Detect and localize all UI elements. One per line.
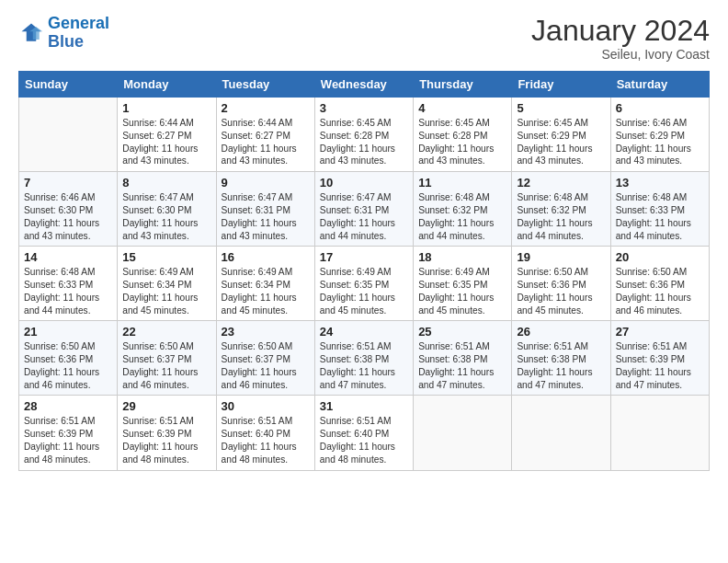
- day-info: Sunrise: 6:48 AMSunset: 6:32 PMDaylight:…: [418, 191, 506, 242]
- logo-line2: Blue: [48, 32, 84, 51]
- day-info: Sunrise: 6:48 AMSunset: 6:33 PMDaylight:…: [24, 266, 112, 316]
- day-number: 19: [517, 250, 605, 264]
- logo-text: General Blue: [48, 15, 109, 52]
- day-number: 21: [24, 325, 112, 339]
- col-header-wednesday: Wednesday: [314, 72, 413, 98]
- day-number: 12: [517, 176, 605, 190]
- day-number: 10: [320, 176, 408, 190]
- day-info: Sunrise: 6:47 AMSunset: 6:31 PMDaylight:…: [222, 191, 310, 242]
- calendar-week-3: 14Sunrise: 6:48 AMSunset: 6:33 PMDayligh…: [19, 247, 710, 321]
- logo: General Blue: [18, 15, 109, 52]
- day-info: Sunrise: 6:51 AMSunset: 6:40 PMDaylight:…: [222, 415, 310, 465]
- day-info: Sunrise: 6:50 AMSunset: 6:36 PMDaylight:…: [616, 266, 704, 316]
- day-info: Sunrise: 6:44 AMSunset: 6:27 PMDaylight:…: [222, 117, 310, 167]
- day-info: Sunrise: 6:50 AMSunset: 6:36 PMDaylight:…: [24, 340, 112, 391]
- day-info: Sunrise: 6:45 AMSunset: 6:28 PMDaylight:…: [320, 117, 408, 167]
- calendar-cell: 29Sunrise: 6:51 AMSunset: 6:39 PMDayligh…: [118, 396, 216, 470]
- day-info: Sunrise: 6:45 AMSunset: 6:29 PMDaylight:…: [517, 117, 605, 167]
- calendar-cell: 22Sunrise: 6:50 AMSunset: 6:37 PMDayligh…: [118, 321, 216, 396]
- calendar-header-row: SundayMondayTuesdayWednesdayThursdayFrid…: [19, 72, 710, 98]
- calendar-cell: 13Sunrise: 6:48 AMSunset: 6:33 PMDayligh…: [610, 172, 709, 247]
- page: General Blue January 2024 Seileu, Ivory …: [0, 0, 728, 563]
- header: General Blue January 2024 Seileu, Ivory …: [18, 15, 710, 62]
- calendar-cell: 8Sunrise: 6:47 AMSunset: 6:30 PMDaylight…: [118, 172, 216, 247]
- calendar-cell: 4Sunrise: 6:45 AMSunset: 6:28 PMDaylight…: [414, 98, 512, 172]
- day-info: Sunrise: 6:44 AMSunset: 6:27 PMDaylight:…: [122, 117, 210, 167]
- day-info: Sunrise: 6:49 AMSunset: 6:34 PMDaylight:…: [122, 266, 210, 316]
- day-info: Sunrise: 6:51 AMSunset: 6:39 PMDaylight:…: [616, 340, 704, 391]
- day-info: Sunrise: 6:48 AMSunset: 6:33 PMDaylight:…: [616, 191, 704, 242]
- calendar-cell: 26Sunrise: 6:51 AMSunset: 6:38 PMDayligh…: [512, 321, 610, 396]
- calendar-cell: 27Sunrise: 6:51 AMSunset: 6:39 PMDayligh…: [610, 321, 709, 396]
- calendar-table: SundayMondayTuesdayWednesdayThursdayFrid…: [18, 71, 710, 470]
- day-number: 26: [517, 325, 605, 339]
- logo-line1: General: [48, 14, 109, 32]
- calendar-cell: 25Sunrise: 6:51 AMSunset: 6:38 PMDayligh…: [414, 321, 512, 396]
- day-number: 20: [616, 250, 704, 264]
- day-number: 7: [24, 176, 112, 190]
- calendar-week-1: 1Sunrise: 6:44 AMSunset: 6:27 PMDaylight…: [19, 98, 710, 172]
- calendar-cell: [19, 98, 118, 172]
- logo-icon: [18, 20, 44, 46]
- day-number: 11: [418, 176, 506, 190]
- day-info: Sunrise: 6:47 AMSunset: 6:31 PMDaylight:…: [320, 191, 408, 242]
- calendar-cell: 28Sunrise: 6:51 AMSunset: 6:39 PMDayligh…: [19, 396, 118, 470]
- day-number: 9: [222, 176, 310, 190]
- month-title: January 2024: [531, 15, 710, 47]
- calendar-cell: 6Sunrise: 6:46 AMSunset: 6:29 PMDaylight…: [610, 98, 709, 172]
- calendar-cell: 7Sunrise: 6:46 AMSunset: 6:30 PMDaylight…: [19, 172, 118, 247]
- title-block: January 2024 Seileu, Ivory Coast: [531, 15, 710, 62]
- day-number: 3: [320, 101, 408, 115]
- day-info: Sunrise: 6:46 AMSunset: 6:30 PMDaylight:…: [24, 191, 112, 242]
- day-info: Sunrise: 6:51 AMSunset: 6:38 PMDaylight:…: [320, 340, 408, 391]
- col-header-monday: Monday: [118, 72, 216, 98]
- calendar-cell: 11Sunrise: 6:48 AMSunset: 6:32 PMDayligh…: [414, 172, 512, 247]
- day-number: 31: [320, 399, 408, 413]
- day-number: 24: [320, 325, 408, 339]
- calendar-week-2: 7Sunrise: 6:46 AMSunset: 6:30 PMDaylight…: [19, 172, 710, 247]
- day-info: Sunrise: 6:48 AMSunset: 6:32 PMDaylight:…: [517, 191, 605, 242]
- day-number: 16: [222, 250, 310, 264]
- calendar-week-4: 21Sunrise: 6:50 AMSunset: 6:36 PMDayligh…: [19, 321, 710, 396]
- day-number: 4: [418, 101, 506, 115]
- calendar-cell: 23Sunrise: 6:50 AMSunset: 6:37 PMDayligh…: [216, 321, 314, 396]
- day-number: 18: [418, 250, 506, 264]
- day-info: Sunrise: 6:45 AMSunset: 6:28 PMDaylight:…: [418, 117, 506, 167]
- calendar-cell: 30Sunrise: 6:51 AMSunset: 6:40 PMDayligh…: [216, 396, 314, 470]
- day-info: Sunrise: 6:49 AMSunset: 6:34 PMDaylight:…: [222, 266, 310, 316]
- calendar-cell: 15Sunrise: 6:49 AMSunset: 6:34 PMDayligh…: [118, 247, 216, 321]
- day-number: 1: [122, 101, 210, 115]
- calendar-cell: 21Sunrise: 6:50 AMSunset: 6:36 PMDayligh…: [19, 321, 118, 396]
- day-number: 2: [222, 101, 310, 115]
- day-info: Sunrise: 6:50 AMSunset: 6:37 PMDaylight:…: [122, 340, 210, 391]
- calendar-cell: 19Sunrise: 6:50 AMSunset: 6:36 PMDayligh…: [512, 247, 610, 321]
- calendar-cell: 17Sunrise: 6:49 AMSunset: 6:35 PMDayligh…: [314, 247, 413, 321]
- calendar-cell: 31Sunrise: 6:51 AMSunset: 6:40 PMDayligh…: [314, 396, 413, 470]
- day-number: 5: [517, 101, 605, 115]
- calendar-cell: 2Sunrise: 6:44 AMSunset: 6:27 PMDaylight…: [216, 98, 314, 172]
- calendar-cell: 18Sunrise: 6:49 AMSunset: 6:35 PMDayligh…: [414, 247, 512, 321]
- calendar-cell: 3Sunrise: 6:45 AMSunset: 6:28 PMDaylight…: [314, 98, 413, 172]
- day-number: 27: [616, 325, 704, 339]
- day-number: 15: [122, 250, 210, 264]
- col-header-saturday: Saturday: [610, 72, 709, 98]
- day-number: 6: [616, 101, 704, 115]
- day-info: Sunrise: 6:50 AMSunset: 6:37 PMDaylight:…: [222, 340, 310, 391]
- day-info: Sunrise: 6:49 AMSunset: 6:35 PMDaylight:…: [418, 266, 506, 316]
- calendar-cell: 1Sunrise: 6:44 AMSunset: 6:27 PMDaylight…: [118, 98, 216, 172]
- day-number: 30: [222, 399, 310, 413]
- day-number: 25: [418, 325, 506, 339]
- col-header-friday: Friday: [512, 72, 610, 98]
- day-info: Sunrise: 6:46 AMSunset: 6:29 PMDaylight:…: [616, 117, 704, 167]
- col-header-thursday: Thursday: [414, 72, 512, 98]
- day-number: 17: [320, 250, 408, 264]
- day-info: Sunrise: 6:47 AMSunset: 6:30 PMDaylight:…: [122, 191, 210, 242]
- calendar-week-5: 28Sunrise: 6:51 AMSunset: 6:39 PMDayligh…: [19, 396, 710, 470]
- col-header-tuesday: Tuesday: [216, 72, 314, 98]
- subtitle: Seileu, Ivory Coast: [531, 47, 710, 62]
- calendar-cell: 14Sunrise: 6:48 AMSunset: 6:33 PMDayligh…: [19, 247, 118, 321]
- day-number: 14: [24, 250, 112, 264]
- day-number: 8: [122, 176, 210, 190]
- calendar-cell: 24Sunrise: 6:51 AMSunset: 6:38 PMDayligh…: [314, 321, 413, 396]
- calendar-cell: [512, 396, 610, 470]
